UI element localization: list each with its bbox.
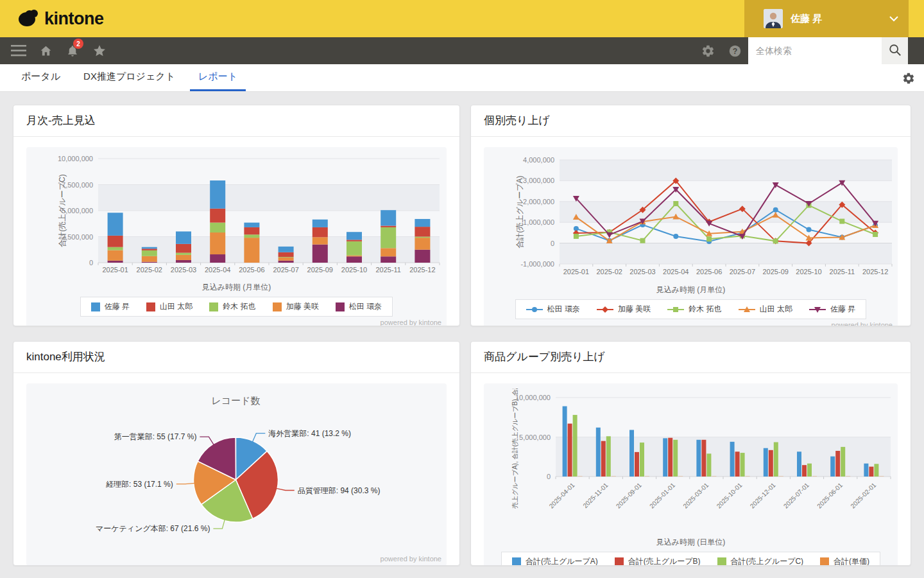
bar <box>573 415 578 477</box>
legend-item: 合計(売上グループA) <box>512 556 598 566</box>
x-tick-label: 2025-01 <box>563 268 589 276</box>
tab-report[interactable]: レポート <box>190 64 246 91</box>
legend-label: 山田 太郎 <box>760 304 792 315</box>
bar-segment <box>381 227 396 248</box>
bar-segment <box>346 256 362 263</box>
chart-canvas: 02,500,0005,000,0007,500,00010,000,00020… <box>26 152 445 278</box>
bar <box>596 428 601 477</box>
bar <box>802 465 807 477</box>
settings-gear-icon[interactable] <box>694 37 721 64</box>
bar-segment <box>312 245 328 263</box>
tab-dx-project[interactable]: DX推進プロジェクト <box>75 64 184 91</box>
bar-segment <box>346 240 362 241</box>
search-button[interactable] <box>882 37 908 64</box>
grid-band <box>556 398 891 437</box>
legend-color-chip <box>717 557 726 566</box>
kintone-logo[interactable]: kintone <box>18 8 104 30</box>
chevron-down-icon <box>889 13 898 24</box>
tab-portal[interactable]: ポータル <box>13 64 69 91</box>
search-input[interactable] <box>748 37 882 64</box>
grid-band <box>556 437 891 477</box>
legend-item: 加藤 美咲 <box>597 304 651 315</box>
svg-text:?: ? <box>732 46 737 55</box>
user-menu[interactable]: 佐藤 昇 <box>744 0 909 37</box>
portal-settings-gear-icon[interactable] <box>902 64 915 92</box>
help-icon[interactable]: ? <box>721 37 748 64</box>
data-point <box>640 238 646 243</box>
bar-segment <box>108 261 123 263</box>
y-tick-label: 10,000,000 <box>58 155 93 162</box>
bar-segment <box>415 237 430 238</box>
pie-label-leader <box>213 520 225 529</box>
hamburger-menu-icon[interactable] <box>5 37 32 64</box>
global-toolbar: 2 ? <box>0 37 924 64</box>
legend-label: 佐藤 昇 <box>105 301 130 312</box>
data-point <box>773 238 778 243</box>
bar <box>735 451 740 477</box>
x-tick-label: 2025-06-01 <box>816 481 844 509</box>
bar-segment <box>108 247 123 250</box>
home-icon[interactable] <box>32 37 59 64</box>
legend-marker <box>739 306 755 313</box>
legend-label: 合計(単価) <box>834 556 869 566</box>
bar-segment <box>415 219 430 227</box>
legend-label: 加藤 美咲 <box>286 301 319 312</box>
bar <box>797 451 801 477</box>
bar <box>701 440 706 477</box>
app-header: kintone 佐藤 昇 <box>0 0 924 37</box>
legend-item: 佐藤 昇 <box>809 304 855 315</box>
dashboard-grid: 月次-売上見込 02,500,0005,000,0007,500,00010,0… <box>0 92 924 578</box>
bar-segment <box>210 180 225 209</box>
bar-segment <box>381 225 396 227</box>
bar <box>673 440 678 477</box>
x-tick-label: 2025-11-01 <box>581 481 610 509</box>
legend-color-chip <box>615 557 624 566</box>
legend-item: 合計(単価) <box>820 556 869 566</box>
bar-segment <box>176 260 191 263</box>
kintone-app: kintone 佐藤 昇 <box>0 0 924 578</box>
x-tick-label: 2025-04 <box>663 268 689 276</box>
panel-individual-sales: 個別売り上げ -1,000,00001,000,0002,000,0003,00… <box>470 105 911 326</box>
global-search <box>748 37 908 64</box>
pie-label-leader <box>276 488 295 490</box>
legend-label: 合計(売上グループC) <box>731 556 804 566</box>
legend-color-chip <box>273 302 282 311</box>
x-tick-label: 2025-01 <box>102 266 128 274</box>
bar-segment <box>278 261 294 263</box>
chart-canvas: 05,000,00010,000,0002025-04-012025-11-01… <box>484 389 896 533</box>
x-tick-label: 2025-09 <box>307 266 333 274</box>
x-axis-title: 見込み時期 (月単位) <box>26 282 447 293</box>
notifications-bell-icon[interactable]: 2 <box>59 37 86 64</box>
chart-record-count-pie: レコード数海外営業部: 41 (13.2 %)品質管理部: 94 (30.3 %… <box>26 383 447 566</box>
favorites-star-icon[interactable] <box>86 37 113 64</box>
y-axis-title: 合計(売上グループC) <box>58 174 67 247</box>
grid-band <box>560 160 892 180</box>
bar-segment <box>244 223 259 227</box>
bar <box>740 453 745 477</box>
user-name: 佐藤 昇 <box>791 13 882 25</box>
chart-product-group-sales: 05,000,00010,000,0002025-04-012025-11-01… <box>484 383 898 566</box>
bar-segment <box>278 257 294 258</box>
x-tick-label: 2025-06 <box>696 268 722 276</box>
portal-tabs: ポータル DX推進プロジェクト レポート <box>0 64 924 92</box>
x-tick-label: 2025-11 <box>375 266 401 274</box>
legend-item: 鈴木 拓也 <box>209 301 255 312</box>
legend-item: 山田 太郎 <box>146 301 193 312</box>
chart-individual-sales: -1,000,00001,000,0002,000,0003,000,0004,… <box>484 147 898 326</box>
bar-segment <box>278 258 294 261</box>
powered-by-kintone: powered by kintone <box>26 317 447 326</box>
bar-segment <box>415 238 430 250</box>
bar <box>774 442 778 477</box>
bar-segment <box>312 227 328 237</box>
y-tick-label: 5,000,000 <box>519 434 551 441</box>
bar-segment <box>142 250 157 256</box>
grid-band <box>98 185 440 211</box>
bar-segment <box>415 227 430 236</box>
legend-item: 加藤 美咲 <box>273 301 319 312</box>
bar-segment <box>278 252 294 257</box>
legend-color-chip <box>91 302 100 311</box>
x-tick-label: 2025-10 <box>796 268 821 276</box>
legend-label: 佐藤 昇 <box>830 304 855 315</box>
bar <box>864 464 868 477</box>
data-point <box>873 232 878 237</box>
